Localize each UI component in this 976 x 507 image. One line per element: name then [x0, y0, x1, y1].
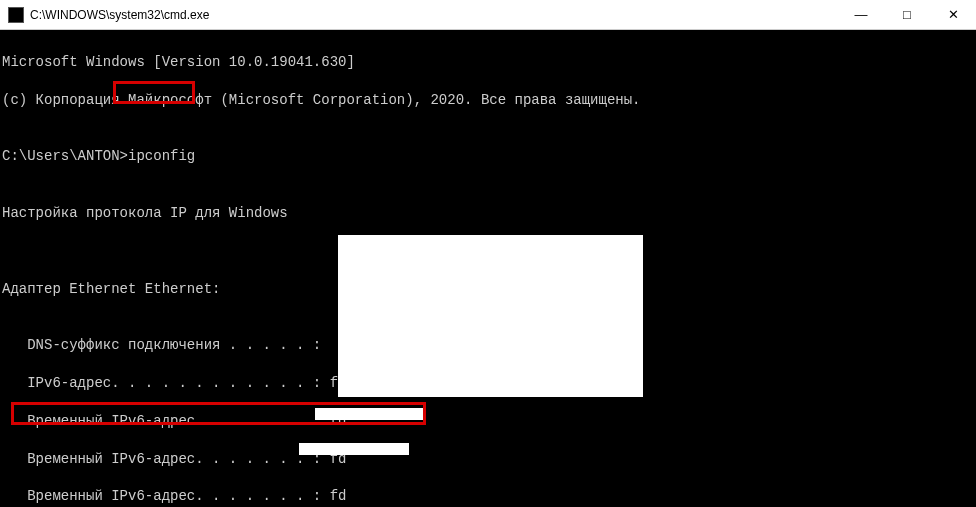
terminal-output[interactable]: Microsoft Windows [Version 10.0.19041.63… — [0, 30, 976, 507]
titlebar[interactable]: C:\WINDOWS\system32\cmd.exe — □ ✕ — [0, 0, 976, 30]
terminal-line: Временный IPv6-адрес. . . . . . . : fd — [2, 412, 974, 431]
minimize-button[interactable]: — — [838, 0, 884, 29]
terminal-line: DNS-суффикс подключения . . . . . : — [2, 336, 974, 355]
prompt-line: C:\Users\ANTON>ipconfig — [2, 147, 974, 166]
maximize-button[interactable]: □ — [884, 0, 930, 29]
window-title: C:\WINDOWS\system32\cmd.exe — [30, 8, 838, 22]
redaction-block — [338, 235, 643, 397]
terminal-line: Microsoft Windows [Version 10.0.19041.63… — [2, 53, 974, 72]
close-button[interactable]: ✕ — [930, 0, 976, 29]
adapter-header: Адаптер Ethernet Ethernet: — [2, 280, 974, 299]
terminal-line: Настройка протокола IP для Windows — [2, 204, 974, 223]
terminal-line: Временный IPv6-адрес. . . . . . . : fd — [2, 450, 974, 469]
terminal-line: (c) Корпорация Майкрософт (Microsoft Cor… — [2, 91, 974, 110]
cmd-icon — [8, 7, 24, 23]
terminal-line: IPv6-адрес. . . . . . . . . . . . : fd — [2, 374, 974, 393]
window-controls: — □ ✕ — [838, 0, 976, 29]
terminal-line: Временный IPv6-адрес. . . . . . . : fd — [2, 487, 974, 506]
